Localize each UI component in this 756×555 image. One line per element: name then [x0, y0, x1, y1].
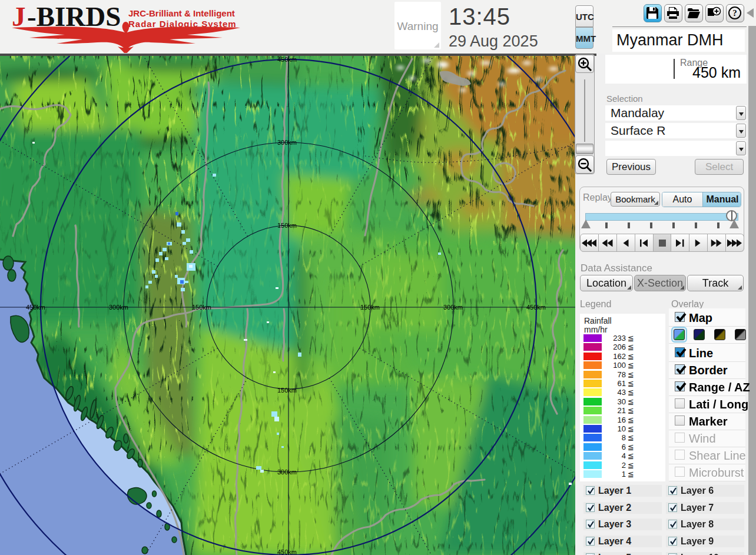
- svg-text:450km: 450km: [277, 549, 297, 555]
- svg-text:300km: 300km: [443, 304, 463, 311]
- svg-text:300km: 300km: [109, 304, 128, 311]
- svg-text:300km: 300km: [277, 468, 297, 476]
- svg-text:450km: 450km: [26, 304, 45, 311]
- svg-text:JRC-Brilliant & Intelligent: JRC-Brilliant & Intelligent: [128, 8, 235, 18]
- svg-text:300km: 300km: [277, 139, 297, 146]
- svg-text:450km: 450km: [277, 56, 297, 63]
- svg-text:450km: 450km: [526, 304, 546, 311]
- svg-text:150km: 150km: [277, 387, 297, 394]
- svg-text:150km: 150km: [277, 222, 297, 229]
- svg-text:150km: 150km: [360, 304, 380, 311]
- svg-text:150km: 150km: [192, 304, 211, 311]
- svg-text:?: ?: [732, 8, 737, 18]
